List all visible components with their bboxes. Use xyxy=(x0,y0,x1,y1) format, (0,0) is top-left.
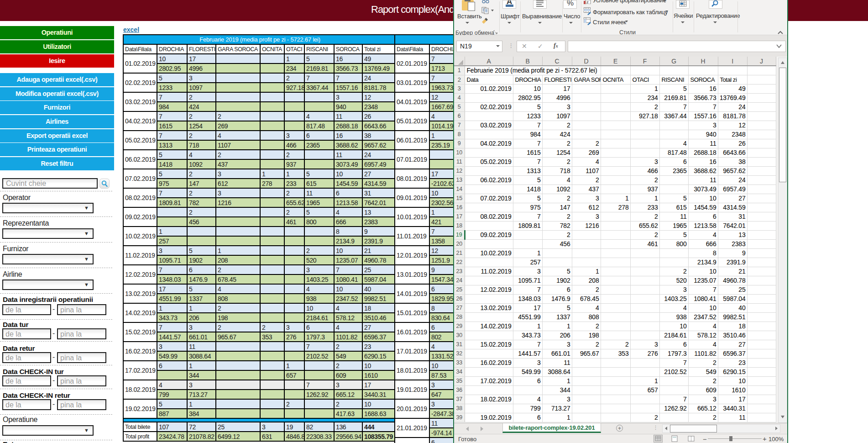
svg-text:≠: ≠ xyxy=(586,0,589,4)
